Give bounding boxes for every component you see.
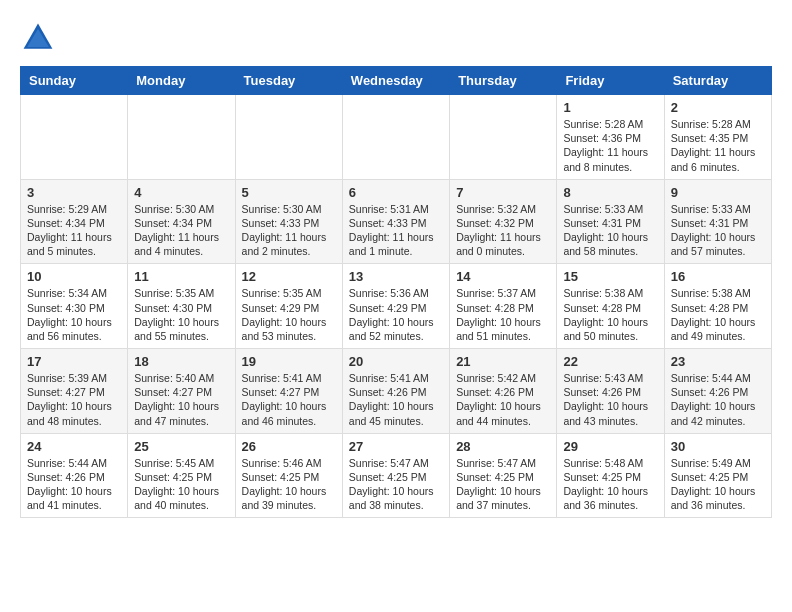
- calendar-cell: 18Sunrise: 5:40 AM Sunset: 4:27 PM Dayli…: [128, 349, 235, 434]
- calendar-cell: 11Sunrise: 5:35 AM Sunset: 4:30 PM Dayli…: [128, 264, 235, 349]
- day-number: 25: [134, 439, 228, 454]
- logo: [20, 20, 62, 56]
- day-info: Sunrise: 5:48 AM Sunset: 4:25 PM Dayligh…: [563, 456, 657, 513]
- day-number: 13: [349, 269, 443, 284]
- weekday-header-saturday: Saturday: [664, 67, 771, 95]
- day-info: Sunrise: 5:46 AM Sunset: 4:25 PM Dayligh…: [242, 456, 336, 513]
- day-info: Sunrise: 5:42 AM Sunset: 4:26 PM Dayligh…: [456, 371, 550, 428]
- day-info: Sunrise: 5:35 AM Sunset: 4:30 PM Dayligh…: [134, 286, 228, 343]
- day-number: 10: [27, 269, 121, 284]
- calendar-cell: 2Sunrise: 5:28 AM Sunset: 4:35 PM Daylig…: [664, 95, 771, 180]
- day-info: Sunrise: 5:30 AM Sunset: 4:33 PM Dayligh…: [242, 202, 336, 259]
- day-info: Sunrise: 5:29 AM Sunset: 4:34 PM Dayligh…: [27, 202, 121, 259]
- calendar-cell: 1Sunrise: 5:28 AM Sunset: 4:36 PM Daylig…: [557, 95, 664, 180]
- calendar-cell: 16Sunrise: 5:38 AM Sunset: 4:28 PM Dayli…: [664, 264, 771, 349]
- day-info: Sunrise: 5:38 AM Sunset: 4:28 PM Dayligh…: [671, 286, 765, 343]
- day-info: Sunrise: 5:31 AM Sunset: 4:33 PM Dayligh…: [349, 202, 443, 259]
- day-info: Sunrise: 5:30 AM Sunset: 4:34 PM Dayligh…: [134, 202, 228, 259]
- calendar-cell: 27Sunrise: 5:47 AM Sunset: 4:25 PM Dayli…: [342, 433, 449, 518]
- day-info: Sunrise: 5:44 AM Sunset: 4:26 PM Dayligh…: [27, 456, 121, 513]
- logo-icon: [20, 20, 56, 56]
- calendar-cell: 7Sunrise: 5:32 AM Sunset: 4:32 PM Daylig…: [450, 179, 557, 264]
- weekday-header-monday: Monday: [128, 67, 235, 95]
- calendar-week-4: 17Sunrise: 5:39 AM Sunset: 4:27 PM Dayli…: [21, 349, 772, 434]
- calendar-cell: 6Sunrise: 5:31 AM Sunset: 4:33 PM Daylig…: [342, 179, 449, 264]
- day-number: 7: [456, 185, 550, 200]
- day-number: 24: [27, 439, 121, 454]
- calendar-week-1: 1Sunrise: 5:28 AM Sunset: 4:36 PM Daylig…: [21, 95, 772, 180]
- weekday-header-sunday: Sunday: [21, 67, 128, 95]
- day-number: 22: [563, 354, 657, 369]
- calendar-cell: 8Sunrise: 5:33 AM Sunset: 4:31 PM Daylig…: [557, 179, 664, 264]
- day-number: 5: [242, 185, 336, 200]
- calendar-cell: 19Sunrise: 5:41 AM Sunset: 4:27 PM Dayli…: [235, 349, 342, 434]
- day-number: 21: [456, 354, 550, 369]
- calendar-cell: 3Sunrise: 5:29 AM Sunset: 4:34 PM Daylig…: [21, 179, 128, 264]
- calendar-cell: 22Sunrise: 5:43 AM Sunset: 4:26 PM Dayli…: [557, 349, 664, 434]
- calendar-cell: 5Sunrise: 5:30 AM Sunset: 4:33 PM Daylig…: [235, 179, 342, 264]
- day-info: Sunrise: 5:47 AM Sunset: 4:25 PM Dayligh…: [456, 456, 550, 513]
- day-info: Sunrise: 5:41 AM Sunset: 4:26 PM Dayligh…: [349, 371, 443, 428]
- calendar-cell: [342, 95, 449, 180]
- calendar-cell: 15Sunrise: 5:38 AM Sunset: 4:28 PM Dayli…: [557, 264, 664, 349]
- calendar-cell: 20Sunrise: 5:41 AM Sunset: 4:26 PM Dayli…: [342, 349, 449, 434]
- day-number: 16: [671, 269, 765, 284]
- day-number: 2: [671, 100, 765, 115]
- day-info: Sunrise: 5:49 AM Sunset: 4:25 PM Dayligh…: [671, 456, 765, 513]
- day-info: Sunrise: 5:28 AM Sunset: 4:36 PM Dayligh…: [563, 117, 657, 174]
- calendar-cell: 24Sunrise: 5:44 AM Sunset: 4:26 PM Dayli…: [21, 433, 128, 518]
- day-number: 17: [27, 354, 121, 369]
- day-number: 15: [563, 269, 657, 284]
- day-number: 12: [242, 269, 336, 284]
- calendar-cell: 13Sunrise: 5:36 AM Sunset: 4:29 PM Dayli…: [342, 264, 449, 349]
- day-number: 9: [671, 185, 765, 200]
- day-info: Sunrise: 5:33 AM Sunset: 4:31 PM Dayligh…: [563, 202, 657, 259]
- day-number: 20: [349, 354, 443, 369]
- day-info: Sunrise: 5:44 AM Sunset: 4:26 PM Dayligh…: [671, 371, 765, 428]
- weekday-header-tuesday: Tuesday: [235, 67, 342, 95]
- weekday-row: SundayMondayTuesdayWednesdayThursdayFrid…: [21, 67, 772, 95]
- day-info: Sunrise: 5:35 AM Sunset: 4:29 PM Dayligh…: [242, 286, 336, 343]
- day-number: 19: [242, 354, 336, 369]
- calendar-week-3: 10Sunrise: 5:34 AM Sunset: 4:30 PM Dayli…: [21, 264, 772, 349]
- day-info: Sunrise: 5:38 AM Sunset: 4:28 PM Dayligh…: [563, 286, 657, 343]
- day-number: 1: [563, 100, 657, 115]
- day-info: Sunrise: 5:34 AM Sunset: 4:30 PM Dayligh…: [27, 286, 121, 343]
- day-number: 3: [27, 185, 121, 200]
- calendar-table: SundayMondayTuesdayWednesdayThursdayFrid…: [20, 66, 772, 518]
- day-info: Sunrise: 5:32 AM Sunset: 4:32 PM Dayligh…: [456, 202, 550, 259]
- day-number: 23: [671, 354, 765, 369]
- calendar-cell: 30Sunrise: 5:49 AM Sunset: 4:25 PM Dayli…: [664, 433, 771, 518]
- day-number: 29: [563, 439, 657, 454]
- day-info: Sunrise: 5:43 AM Sunset: 4:26 PM Dayligh…: [563, 371, 657, 428]
- calendar-cell: 9Sunrise: 5:33 AM Sunset: 4:31 PM Daylig…: [664, 179, 771, 264]
- day-info: Sunrise: 5:41 AM Sunset: 4:27 PM Dayligh…: [242, 371, 336, 428]
- calendar-cell: 23Sunrise: 5:44 AM Sunset: 4:26 PM Dayli…: [664, 349, 771, 434]
- calendar-cell: 17Sunrise: 5:39 AM Sunset: 4:27 PM Dayli…: [21, 349, 128, 434]
- calendar-cell: [450, 95, 557, 180]
- day-number: 8: [563, 185, 657, 200]
- day-number: 27: [349, 439, 443, 454]
- weekday-header-thursday: Thursday: [450, 67, 557, 95]
- calendar-header: SundayMondayTuesdayWednesdayThursdayFrid…: [21, 67, 772, 95]
- calendar-cell: 28Sunrise: 5:47 AM Sunset: 4:25 PM Dayli…: [450, 433, 557, 518]
- day-number: 6: [349, 185, 443, 200]
- day-info: Sunrise: 5:45 AM Sunset: 4:25 PM Dayligh…: [134, 456, 228, 513]
- day-number: 18: [134, 354, 228, 369]
- day-number: 11: [134, 269, 228, 284]
- day-info: Sunrise: 5:39 AM Sunset: 4:27 PM Dayligh…: [27, 371, 121, 428]
- calendar-cell: 12Sunrise: 5:35 AM Sunset: 4:29 PM Dayli…: [235, 264, 342, 349]
- day-number: 26: [242, 439, 336, 454]
- day-info: Sunrise: 5:33 AM Sunset: 4:31 PM Dayligh…: [671, 202, 765, 259]
- calendar-week-5: 24Sunrise: 5:44 AM Sunset: 4:26 PM Dayli…: [21, 433, 772, 518]
- weekday-header-friday: Friday: [557, 67, 664, 95]
- header: [20, 20, 772, 56]
- day-info: Sunrise: 5:36 AM Sunset: 4:29 PM Dayligh…: [349, 286, 443, 343]
- calendar-cell: 29Sunrise: 5:48 AM Sunset: 4:25 PM Dayli…: [557, 433, 664, 518]
- calendar-cell: 25Sunrise: 5:45 AM Sunset: 4:25 PM Dayli…: [128, 433, 235, 518]
- calendar-cell: 14Sunrise: 5:37 AM Sunset: 4:28 PM Dayli…: [450, 264, 557, 349]
- calendar-cell: [21, 95, 128, 180]
- day-number: 30: [671, 439, 765, 454]
- calendar-cell: 21Sunrise: 5:42 AM Sunset: 4:26 PM Dayli…: [450, 349, 557, 434]
- day-number: 4: [134, 185, 228, 200]
